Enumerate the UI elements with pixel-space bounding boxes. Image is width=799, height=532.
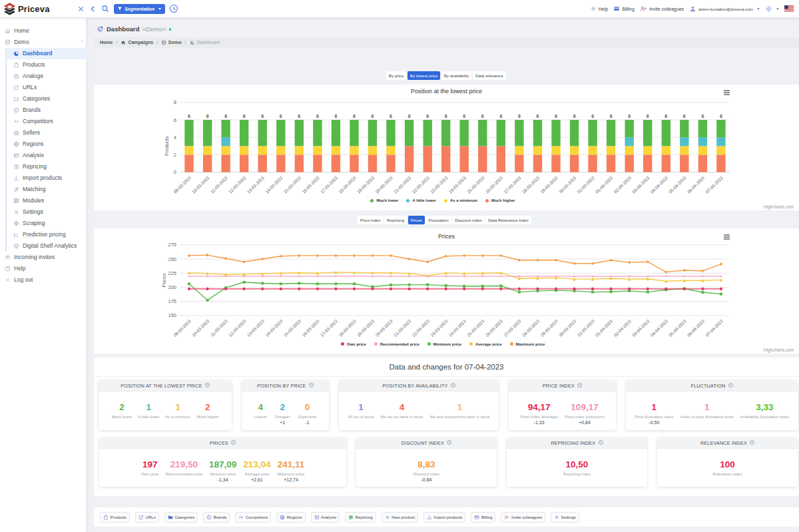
svg-text:31-03-2023: 31-03-2023 <box>576 318 595 338</box>
svg-text:6: 6 <box>334 114 337 119</box>
svg-text:16-03-2023: 16-03-2023 <box>301 175 320 194</box>
svg-text:15-03-2023: 15-03-2023 <box>283 318 302 338</box>
svg-text:11-03-2023: 11-03-2023 <box>210 175 228 194</box>
svg-text:6: 6 <box>206 114 209 119</box>
svg-text:03-04-2023: 03-04-2023 <box>631 175 651 194</box>
svg-text:6: 6 <box>573 114 576 119</box>
svg-text:06-04-2023: 06-04-2023 <box>686 175 706 194</box>
svg-text:06-04-2023: 06-04-2023 <box>686 318 706 338</box>
svg-text:150: 150 <box>168 312 176 318</box>
svg-text:200: 200 <box>168 284 176 290</box>
svg-text:04-04-2023: 04-04-2023 <box>650 175 669 194</box>
svg-text:6: 6 <box>610 114 613 119</box>
svg-text:04-04-2023: 04-04-2023 <box>650 318 669 338</box>
svg-text:4: 4 <box>174 134 176 140</box>
svg-text:6: 6 <box>463 114 465 119</box>
svg-text:12-03-2023: 12-03-2023 <box>228 175 247 194</box>
svg-text:6: 6 <box>555 114 557 119</box>
svg-text:8: 8 <box>174 99 176 105</box>
svg-text:19-03-2023: 19-03-2023 <box>356 175 376 194</box>
svg-text:02-04-2023: 02-04-2023 <box>613 175 632 194</box>
svg-text:09-03-2023: 09-03-2023 <box>172 175 192 194</box>
svg-text:6: 6 <box>499 114 502 119</box>
svg-text:07-04-2023: 07-04-2023 <box>704 318 724 338</box>
svg-text:27-03-2023: 27-03-2023 <box>503 318 522 338</box>
svg-text:6: 6 <box>224 114 227 119</box>
svg-text:25-03-2023: 25-03-2023 <box>466 175 485 194</box>
svg-text:14-03-2023: 14-03-2023 <box>264 175 284 194</box>
svg-text:21-03-2023: 21-03-2023 <box>393 175 412 194</box>
svg-text:23-03-2023: 23-03-2023 <box>429 175 449 194</box>
svg-text:17-03-2023: 17-03-2023 <box>320 318 339 338</box>
svg-text:01-04-2023: 01-04-2023 <box>595 318 614 338</box>
svg-text:6: 6 <box>518 114 521 119</box>
svg-text:6: 6 <box>261 114 264 119</box>
svg-text:09-03-2023: 09-03-2023 <box>172 318 192 338</box>
svg-text:175: 175 <box>168 298 176 304</box>
svg-text:20-03-2023: 20-03-2023 <box>374 175 394 194</box>
svg-text:275: 275 <box>168 242 176 248</box>
svg-text:18-03-2023: 18-03-2023 <box>338 175 357 194</box>
svg-text:16-03-2023: 16-03-2023 <box>301 318 320 338</box>
svg-text:6: 6 <box>280 114 282 119</box>
svg-text:28-03-2023: 28-03-2023 <box>521 175 541 194</box>
svg-text:6: 6 <box>316 114 319 119</box>
svg-text:12-03-2023: 12-03-2023 <box>228 318 247 338</box>
svg-text:22-03-2023: 22-03-2023 <box>411 318 430 338</box>
svg-text:30-03-2023: 30-03-2023 <box>558 318 577 338</box>
svg-text:6: 6 <box>353 114 356 119</box>
svg-text:6: 6 <box>591 114 594 119</box>
svg-text:6: 6 <box>665 114 667 119</box>
svg-text:2: 2 <box>174 152 176 158</box>
svg-text:225: 225 <box>168 270 176 276</box>
svg-text:6: 6 <box>408 114 411 119</box>
svg-text:23-03-2023: 23-03-2023 <box>429 318 449 338</box>
svg-text:13-03-2023: 13-03-2023 <box>246 175 265 194</box>
svg-text:19-03-2023: 19-03-2023 <box>356 318 376 338</box>
svg-text:6: 6 <box>298 114 300 119</box>
svg-text:13-03-2023: 13-03-2023 <box>246 318 265 338</box>
svg-text:Prices: Prices <box>161 274 167 288</box>
svg-text:18-03-2023: 18-03-2023 <box>338 318 357 338</box>
svg-text:0: 0 <box>174 169 176 175</box>
svg-text:29-03-2023: 29-03-2023 <box>539 175 559 194</box>
svg-text:6: 6 <box>647 114 649 119</box>
svg-text:6: 6 <box>481 114 484 119</box>
svg-text:25-03-2023: 25-03-2023 <box>466 318 485 338</box>
svg-text:6: 6 <box>720 114 722 119</box>
svg-text:26-03-2023: 26-03-2023 <box>485 318 504 338</box>
svg-text:6: 6 <box>537 114 539 119</box>
svg-text:26-03-2023: 26-03-2023 <box>485 175 504 194</box>
svg-text:03-04-2023: 03-04-2023 <box>631 318 651 338</box>
svg-text:?: ? <box>7 267 9 270</box>
svg-text:02-04-2023: 02-04-2023 <box>613 318 632 338</box>
svg-text:6: 6 <box>628 114 631 119</box>
svg-text:10-03-2023: 10-03-2023 <box>191 175 210 194</box>
svg-text:29-03-2023: 29-03-2023 <box>539 318 559 338</box>
svg-text:250: 250 <box>168 256 176 262</box>
svg-text:21-03-2023: 21-03-2023 <box>393 318 412 338</box>
svg-text:6: 6 <box>445 114 447 119</box>
svg-text:27-03-2023: 27-03-2023 <box>503 175 522 194</box>
svg-text:07-04-2023: 07-04-2023 <box>704 175 724 194</box>
svg-text:15-03-2023: 15-03-2023 <box>283 175 302 194</box>
svg-text:6: 6 <box>174 117 176 123</box>
svg-text:31-03-2023: 31-03-2023 <box>576 175 595 194</box>
svg-text:6: 6 <box>188 114 190 119</box>
svg-text:6: 6 <box>701 114 704 119</box>
svg-text:01-04-2023: 01-04-2023 <box>595 175 614 194</box>
svg-text:05-04-2023: 05-04-2023 <box>668 175 687 194</box>
svg-text:20-03-2023: 20-03-2023 <box>374 318 394 338</box>
svg-text:6: 6 <box>683 114 686 119</box>
svg-text:05-04-2023: 05-04-2023 <box>668 318 687 338</box>
svg-text:24-03-2023: 24-03-2023 <box>447 175 467 194</box>
svg-text:10-03-2023: 10-03-2023 <box>191 318 210 338</box>
svg-text:$: $ <box>15 165 17 168</box>
svg-text:28-03-2023: 28-03-2023 <box>521 318 541 338</box>
svg-text:11-03-2023: 11-03-2023 <box>210 318 228 337</box>
svg-text:30-03-2023: 30-03-2023 <box>558 175 577 194</box>
svg-text:17-03-2023: 17-03-2023 <box>320 175 339 194</box>
svg-text:6: 6 <box>243 114 246 119</box>
svg-text:Products: Products <box>164 136 170 156</box>
svg-text:6: 6 <box>426 114 429 119</box>
